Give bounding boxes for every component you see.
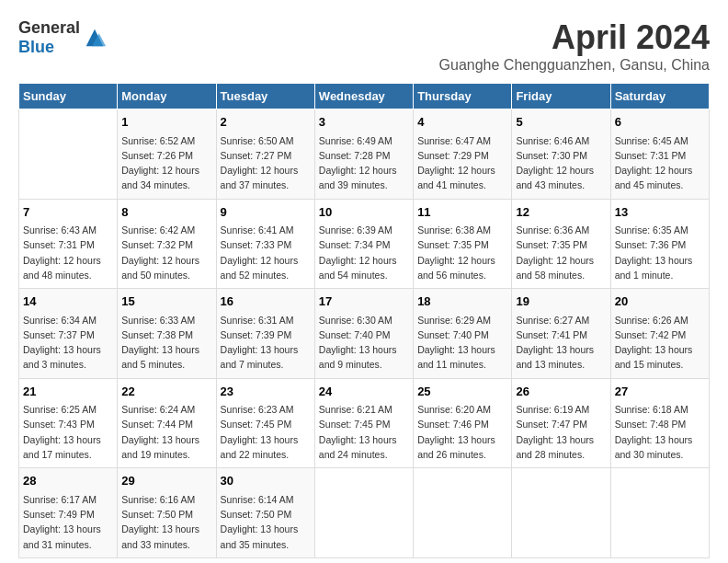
calendar-cell <box>610 468 709 558</box>
day-number: 5 <box>516 113 606 132</box>
day-info: Sunrise: 6:41 AMSunset: 7:33 PMDaylight:… <box>221 223 311 282</box>
calendar-cell <box>512 468 610 558</box>
day-number: 8 <box>121 203 211 222</box>
day-info: Sunrise: 6:27 AMSunset: 7:41 PMDaylight:… <box>516 313 606 373</box>
day-info: Sunrise: 6:35 AMSunset: 7:36 PMDaylight:… <box>615 223 705 282</box>
day-info: Sunrise: 6:47 AMSunset: 7:29 PMDaylight:… <box>417 133 507 193</box>
month-title: April 2024 <box>439 18 710 57</box>
day-number: 18 <box>417 293 507 311</box>
calendar-cell: 26Sunrise: 6:19 AMSunset: 7:47 PMDayligh… <box>512 378 610 468</box>
calendar-cell: 9Sunrise: 6:41 AMSunset: 7:33 PMDaylight… <box>216 199 314 289</box>
day-info: Sunrise: 6:50 AMSunset: 7:27 PMDaylight:… <box>221 133 311 193</box>
day-info: Sunrise: 6:29 AMSunset: 7:40 PMDaylight:… <box>417 313 507 373</box>
calendar-cell: 21Sunrise: 6:25 AMSunset: 7:43 PMDayligh… <box>19 378 118 468</box>
day-info: Sunrise: 6:25 AMSunset: 7:43 PMDaylight:… <box>23 402 113 462</box>
day-info: Sunrise: 6:14 AMSunset: 7:50 PMDaylight:… <box>221 492 311 552</box>
calendar-cell: 24Sunrise: 6:21 AMSunset: 7:45 PMDayligh… <box>314 378 413 468</box>
week-row-4: 21Sunrise: 6:25 AMSunset: 7:43 PMDayligh… <box>19 378 710 468</box>
day-info: Sunrise: 6:46 AMSunset: 7:30 PMDaylight:… <box>516 133 606 193</box>
day-number: 10 <box>319 203 409 222</box>
day-info: Sunrise: 6:30 AMSunset: 7:40 PMDaylight:… <box>319 313 409 373</box>
header-day-tuesday: Tuesday <box>216 84 314 109</box>
day-number: 16 <box>221 293 311 311</box>
day-number: 23 <box>221 383 311 401</box>
day-info: Sunrise: 6:21 AMSunset: 7:45 PMDaylight:… <box>319 402 409 462</box>
day-info: Sunrise: 6:23 AMSunset: 7:45 PMDaylight:… <box>221 402 311 462</box>
calendar-cell: 4Sunrise: 6:47 AMSunset: 7:29 PMDaylight… <box>414 109 512 200</box>
day-number: 9 <box>221 203 311 222</box>
days-header-row: SundayMondayTuesdayWednesdayThursdayFrid… <box>19 84 710 109</box>
calendar-cell: 7Sunrise: 6:43 AMSunset: 7:31 PMDaylight… <box>19 199 118 289</box>
day-number: 2 <box>221 113 311 132</box>
calendar-cell: 11Sunrise: 6:38 AMSunset: 7:35 PMDayligh… <box>414 199 512 289</box>
calendar-table: SundayMondayTuesdayWednesdayThursdayFrid… <box>18 83 710 558</box>
header-day-saturday: Saturday <box>610 84 709 109</box>
day-number: 7 <box>23 203 113 222</box>
calendar-cell: 14Sunrise: 6:34 AMSunset: 7:37 PMDayligh… <box>19 289 118 379</box>
day-number: 20 <box>615 293 705 311</box>
day-info: Sunrise: 6:39 AMSunset: 7:34 PMDaylight:… <box>319 223 409 282</box>
day-info: Sunrise: 6:42 AMSunset: 7:32 PMDaylight:… <box>121 223 211 282</box>
calendar-cell: 6Sunrise: 6:45 AMSunset: 7:31 PMDaylight… <box>610 109 709 200</box>
day-info: Sunrise: 6:38 AMSunset: 7:35 PMDaylight:… <box>417 223 507 282</box>
week-row-5: 28Sunrise: 6:17 AMSunset: 7:49 PMDayligh… <box>19 468 710 558</box>
day-number: 24 <box>319 383 409 401</box>
day-number: 19 <box>516 293 606 311</box>
day-number: 4 <box>417 113 507 132</box>
logo-blue: Blue <box>18 38 54 56</box>
calendar-cell: 25Sunrise: 6:20 AMSunset: 7:46 PMDayligh… <box>414 378 512 468</box>
day-number: 13 <box>615 203 705 222</box>
calendar-cell: 20Sunrise: 6:26 AMSunset: 7:42 PMDayligh… <box>610 289 709 379</box>
calendar-cell: 1Sunrise: 6:52 AMSunset: 7:26 PMDaylight… <box>118 109 216 200</box>
day-number: 25 <box>417 383 507 401</box>
day-info: Sunrise: 6:49 AMSunset: 7:28 PMDaylight:… <box>319 133 409 193</box>
day-number: 17 <box>319 293 409 311</box>
day-number: 3 <box>319 113 409 132</box>
day-number: 6 <box>615 113 705 132</box>
day-info: Sunrise: 6:19 AMSunset: 7:47 PMDaylight:… <box>516 402 606 462</box>
day-number: 26 <box>516 383 606 401</box>
day-info: Sunrise: 6:24 AMSunset: 7:44 PMDaylight:… <box>121 402 211 462</box>
calendar-cell: 10Sunrise: 6:39 AMSunset: 7:34 PMDayligh… <box>314 199 413 289</box>
day-info: Sunrise: 6:16 AMSunset: 7:50 PMDaylight:… <box>121 492 211 552</box>
header-day-friday: Friday <box>512 84 610 109</box>
day-info: Sunrise: 6:26 AMSunset: 7:42 PMDaylight:… <box>615 313 705 373</box>
header-day-monday: Monday <box>118 84 216 109</box>
header-day-wednesday: Wednesday <box>314 84 413 109</box>
day-info: Sunrise: 6:20 AMSunset: 7:46 PMDaylight:… <box>417 402 507 462</box>
week-row-2: 7Sunrise: 6:43 AMSunset: 7:31 PMDaylight… <box>19 199 710 289</box>
day-number: 30 <box>221 472 311 490</box>
calendar-cell: 30Sunrise: 6:14 AMSunset: 7:50 PMDayligh… <box>216 468 314 558</box>
day-info: Sunrise: 6:33 AMSunset: 7:38 PMDaylight:… <box>121 313 211 373</box>
header-day-thursday: Thursday <box>414 84 512 109</box>
calendar-cell: 15Sunrise: 6:33 AMSunset: 7:38 PMDayligh… <box>118 289 216 379</box>
logo-icon <box>82 25 108 51</box>
day-info: Sunrise: 6:34 AMSunset: 7:37 PMDaylight:… <box>23 313 113 373</box>
logo: General Blue <box>18 18 108 57</box>
calendar-cell: 27Sunrise: 6:18 AMSunset: 7:48 PMDayligh… <box>610 378 709 468</box>
header-day-sunday: Sunday <box>19 84 118 109</box>
header: General Blue April 2024 Guanghe Chenggua… <box>18 18 710 74</box>
day-info: Sunrise: 6:45 AMSunset: 7:31 PMDaylight:… <box>615 133 705 193</box>
calendar-cell: 16Sunrise: 6:31 AMSunset: 7:39 PMDayligh… <box>216 289 314 379</box>
calendar-cell: 22Sunrise: 6:24 AMSunset: 7:44 PMDayligh… <box>118 378 216 468</box>
calendar-cell: 12Sunrise: 6:36 AMSunset: 7:35 PMDayligh… <box>512 199 610 289</box>
day-number: 1 <box>121 113 211 132</box>
calendar-cell: 5Sunrise: 6:46 AMSunset: 7:30 PMDaylight… <box>512 109 610 200</box>
week-row-1: 1Sunrise: 6:52 AMSunset: 7:26 PMDaylight… <box>19 109 710 200</box>
day-number: 21 <box>23 383 113 401</box>
week-row-3: 14Sunrise: 6:34 AMSunset: 7:37 PMDayligh… <box>19 289 710 379</box>
day-number: 27 <box>615 383 705 401</box>
day-number: 14 <box>23 293 113 311</box>
day-number: 22 <box>121 383 211 401</box>
calendar-cell <box>314 468 413 558</box>
title-section: April 2024 Guanghe Chengguanzhen, Gansu,… <box>439 18 710 74</box>
logo-general: General <box>18 18 80 37</box>
day-info: Sunrise: 6:43 AMSunset: 7:31 PMDaylight:… <box>23 223 113 282</box>
calendar-cell: 3Sunrise: 6:49 AMSunset: 7:28 PMDaylight… <box>314 109 413 200</box>
calendar-cell: 29Sunrise: 6:16 AMSunset: 7:50 PMDayligh… <box>118 468 216 558</box>
calendar-cell: 28Sunrise: 6:17 AMSunset: 7:49 PMDayligh… <box>19 468 118 558</box>
calendar-cell <box>19 109 118 200</box>
day-info: Sunrise: 6:52 AMSunset: 7:26 PMDaylight:… <box>121 133 211 193</box>
calendar-cell: 23Sunrise: 6:23 AMSunset: 7:45 PMDayligh… <box>216 378 314 468</box>
